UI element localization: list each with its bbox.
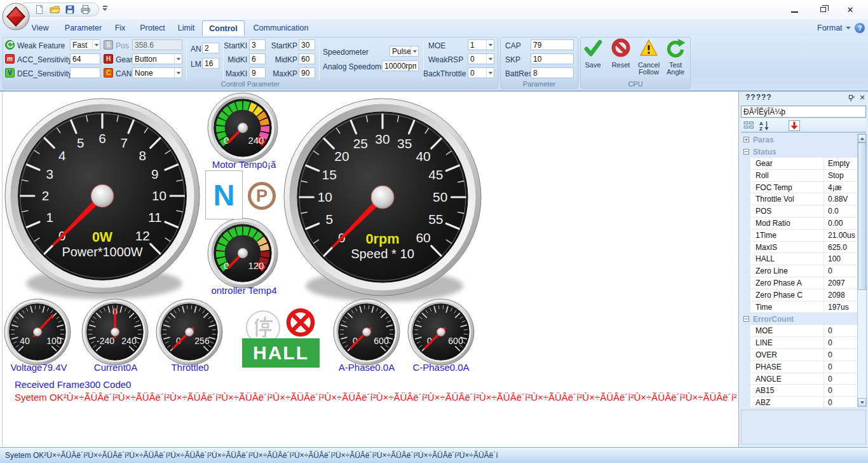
scroll-up-button[interactable] <box>858 134 866 142</box>
midkp-input[interactable] <box>299 53 315 64</box>
svg-text:4: 4 <box>58 148 65 163</box>
table-row[interactable]: Zero Phase C2098 <box>742 289 857 301</box>
table-row[interactable]: HALL100 <box>742 253 857 265</box>
gear-icon: H <box>104 54 113 64</box>
row-gutter <box>742 182 750 193</box>
minimize-button[interactable] <box>785 4 803 15</box>
expand-icon[interactable]: + <box>743 137 749 142</box>
categorize-icon[interactable] <box>742 120 755 131</box>
table-row[interactable]: 1Time21.00us <box>742 230 857 242</box>
pos-icon: S <box>104 40 113 50</box>
a-phase-gauge: 0600 <box>334 299 400 365</box>
table-row[interactable]: Mod Ratio0.00 <box>742 218 857 230</box>
help-icon[interactable]: ? <box>855 23 865 33</box>
table-row[interactable]: Throttle Vol0.88V <box>742 193 857 205</box>
battres-input[interactable] <box>531 67 574 78</box>
row-value: 0 <box>824 349 857 361</box>
maxkp-input[interactable] <box>299 67 315 78</box>
tab-control[interactable]: Control <box>202 20 245 36</box>
section-header-paras[interactable]: +Paras <box>742 134 857 146</box>
table-row[interactable]: Zero Phase A2097 <box>742 277 857 289</box>
moe-select[interactable]: 1 <box>468 39 494 50</box>
panel-scrollbar[interactable] <box>857 134 867 407</box>
import-parameters-icon[interactable] <box>788 120 801 131</box>
pin-icon[interactable] <box>847 93 856 102</box>
refresh-icon <box>665 38 686 59</box>
can-select[interactable]: None <box>132 67 182 78</box>
collapse-icon[interactable]: − <box>743 316 749 322</box>
table-row[interactable]: FOC Temp4¡æ <box>742 182 857 194</box>
application-menu-button[interactable] <box>1 1 31 31</box>
acc-sensitivity-input[interactable] <box>70 53 100 64</box>
cancel-follow-button[interactable]: Cancel Follow <box>634 38 663 80</box>
table-row[interactable]: ANGLE0 <box>742 373 857 385</box>
parameter-search-input[interactable] <box>741 106 866 118</box>
tab-protect[interactable]: Protect <box>135 20 170 36</box>
section-header-status[interactable]: −Status <box>742 146 857 158</box>
format-menu[interactable]: Format <box>817 22 851 34</box>
gauge-caption: Motor Temp0¡ã <box>184 159 304 170</box>
table-row[interactable]: GearEmpty <box>742 158 857 170</box>
neutral-indicator: N <box>205 170 243 219</box>
restore-button[interactable] <box>814 4 832 15</box>
chevron-down-icon <box>846 27 851 29</box>
table-row[interactable]: PHASE0 <box>742 361 857 373</box>
group-label: CPU <box>581 79 690 88</box>
an-label: AN <box>191 45 201 53</box>
collapse-icon[interactable]: − <box>743 149 749 155</box>
lm-label: LM <box>191 60 201 69</box>
row-gutter <box>742 397 750 407</box>
svg-text:5: 5 <box>325 212 333 226</box>
table-row[interactable]: OVER0 <box>742 349 857 361</box>
close-button[interactable]: ✕ <box>841 4 859 15</box>
close-panel-icon[interactable]: ✕ <box>858 93 867 102</box>
print-icon[interactable] <box>79 4 91 15</box>
reset-button[interactable]: Reset <box>606 38 635 80</box>
scroll-down-button[interactable] <box>858 398 866 406</box>
test-angle-button[interactable]: Test Angle <box>661 38 690 80</box>
prohibition-icon <box>611 38 631 59</box>
system-error-message: Syetem OK²Ù×÷ÃÜÂë´í²Ù×÷ÃÜÂë´í²Ù×÷ÃÜÂë´í²… <box>15 392 736 403</box>
save-file-icon[interactable] <box>64 4 76 15</box>
gear-select[interactable]: Button <box>132 53 182 64</box>
new-document-icon[interactable] <box>34 4 45 15</box>
speedometer-select[interactable]: Pulse <box>390 46 419 57</box>
svg-text:8: 8 <box>139 148 146 163</box>
table-row[interactable]: LINE0 <box>742 337 857 349</box>
section-title: Paras <box>753 135 774 144</box>
row-value: 2097 <box>824 277 857 289</box>
weakrsp-select[interactable]: 0 <box>468 53 494 64</box>
row-value: 0 <box>824 337 857 349</box>
tab-communication[interactable]: Communication <box>245 20 317 36</box>
section-title: ErrorCount <box>753 315 794 324</box>
table-row[interactable]: MOE0 <box>742 325 857 337</box>
tab-parameter[interactable]: Parameter <box>61 20 105 36</box>
save-button[interactable]: Save <box>578 38 607 80</box>
open-file-icon[interactable] <box>49 4 60 15</box>
table-row[interactable]: POS0.0 <box>742 205 857 218</box>
tab-fix[interactable]: Fix <box>105 20 135 36</box>
startkp-input[interactable] <box>299 39 315 50</box>
table-row[interactable]: AB150 <box>742 385 857 397</box>
analog-speedometer-input[interactable] <box>382 60 419 71</box>
backthrottle-select[interactable]: 0 <box>468 67 494 78</box>
row-name: POS <box>750 205 824 217</box>
weak-feature-select[interactable]: Fast <box>70 39 100 50</box>
cap-input[interactable] <box>531 39 574 50</box>
dec-sensitivity-input[interactable] <box>70 67 100 78</box>
scrollbar-thumb[interactable] <box>858 142 866 290</box>
skp-input[interactable] <box>531 53 574 64</box>
table-row[interactable]: MaxIS625.0 <box>742 242 857 254</box>
row-name: ABZ <box>750 397 824 407</box>
parameter-side-panel: ????? ✕ AZ +Paras−StatusGearEmptyRollSto… <box>738 92 868 447</box>
tab-limit[interactable]: Limit <box>170 20 202 36</box>
table-row[interactable]: ABZ0 <box>742 397 857 407</box>
section-header-errorcount[interactable]: −ErrorCount <box>742 313 857 325</box>
customize-toolbar-button[interactable] <box>102 4 108 13</box>
table-row[interactable]: Zero Line0 <box>742 265 857 277</box>
table-row[interactable]: RollStop <box>742 170 857 182</box>
row-name: ANGLE <box>750 373 824 385</box>
table-row[interactable]: Time197us <box>742 301 857 314</box>
sort-az-icon[interactable]: AZ <box>757 120 770 131</box>
panel-title: ????? <box>745 93 772 102</box>
